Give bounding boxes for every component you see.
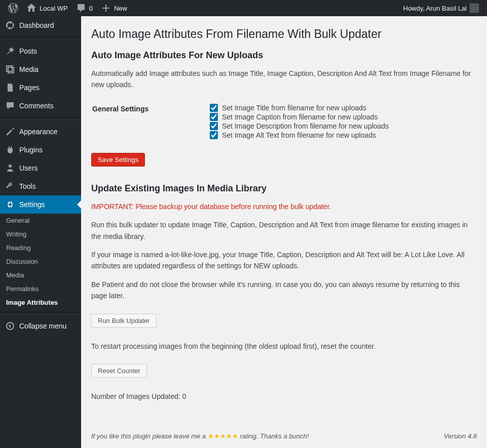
- plus-icon: [101, 3, 111, 13]
- comment-icon: [76, 3, 86, 13]
- comments-icon: [5, 101, 15, 111]
- admin-sidebar: Dashboard Posts Media Pages Comments App…: [0, 16, 81, 448]
- appearance-icon: [5, 127, 15, 137]
- site-name-link[interactable]: Local WP: [22, 0, 72, 16]
- collapse-icon: [5, 321, 15, 331]
- pin-icon: [5, 46, 15, 56]
- checkbox-caption[interactable]: [210, 113, 218, 121]
- page-title: Auto Image Attributes From Filename With…: [91, 27, 477, 41]
- general-settings-label: General Settings: [92, 99, 204, 144]
- menu-media[interactable]: Media: [0, 60, 81, 78]
- sub-media[interactable]: Media: [0, 268, 81, 282]
- reset-counter-button[interactable]: Reset Counter: [91, 364, 147, 378]
- menu-separator: [0, 117, 81, 120]
- section-bulk-title: Update Existing Images In Media Library: [91, 183, 477, 194]
- menu-tools[interactable]: Tools: [0, 177, 81, 195]
- sub-discussion[interactable]: Discussion: [0, 255, 81, 268]
- general-settings-table: General Settings Set Image Title from fi…: [91, 98, 477, 145]
- option-description[interactable]: Set Image Description from filename for …: [210, 122, 471, 130]
- footer-thanks: If you like this plugin please leave me …: [91, 432, 309, 440]
- sub-reading[interactable]: Reading: [0, 241, 81, 255]
- menu-separator: [0, 37, 81, 39]
- bulk-desc-2: If your image is named a-lot-like-love.j…: [91, 249, 477, 272]
- bulk-desc-3: Be Patient and do not close the browser …: [91, 279, 477, 302]
- comments-link[interactable]: 0: [72, 0, 97, 16]
- wp-logo[interactable]: [4, 0, 22, 16]
- reset-desc: To restart processing images from the be…: [91, 341, 477, 352]
- pages-icon: [5, 83, 15, 93]
- checkbox-title[interactable]: [210, 104, 218, 112]
- my-account-link[interactable]: Howdy, Arun Basil Lal: [399, 0, 483, 16]
- media-icon: [5, 64, 15, 74]
- main-content: Auto Image Attributes From Filename With…: [81, 16, 487, 448]
- site-name: Local WP: [40, 5, 68, 12]
- plugin-icon: [5, 145, 15, 155]
- menu-appearance[interactable]: Appearance: [0, 123, 81, 141]
- wordpress-icon: [8, 3, 18, 13]
- stars-icon: ★★★★★: [208, 432, 238, 440]
- sub-permalinks[interactable]: Permalinks: [0, 282, 81, 296]
- bulk-desc-1: Run this bulk updater to update Image Ti…: [91, 219, 477, 242]
- menu-plugins[interactable]: Plugins: [0, 141, 81, 159]
- rating-link[interactable]: ★★★★★: [208, 432, 238, 440]
- sub-general[interactable]: General: [0, 214, 81, 227]
- menu-posts[interactable]: Posts: [0, 42, 81, 60]
- images-updated-count: Number of Images Updated: 0: [91, 391, 477, 402]
- collapse-menu[interactable]: Collapse menu: [0, 317, 81, 335]
- admin-toolbar: Local WP 0 New Howdy, Arun Basil Lal: [0, 0, 487, 16]
- menu-users[interactable]: Users: [0, 159, 81, 177]
- dashboard-icon: [5, 20, 15, 30]
- new-content-link[interactable]: New: [97, 0, 131, 16]
- section-new-uploads-title: Auto Image Attributes For New Uploads: [91, 50, 477, 61]
- option-caption[interactable]: Set Image Caption from filename for new …: [210, 113, 471, 121]
- menu-separator: [0, 312, 81, 314]
- sub-writing[interactable]: Writing: [0, 227, 81, 241]
- checkbox-description[interactable]: [210, 122, 218, 130]
- menu-dashboard[interactable]: Dashboard: [0, 16, 81, 34]
- menu-settings[interactable]: Settings: [0, 195, 81, 214]
- menu-comments[interactable]: Comments: [0, 97, 81, 115]
- page-footer: If you like this plugin please leave me …: [91, 432, 477, 440]
- run-bulk-updater-button[interactable]: Run Bulk Updater: [91, 314, 157, 328]
- option-alt-text[interactable]: Set Image Alt Text from filename for new…: [210, 131, 471, 139]
- section-new-uploads-desc: Automatically add Image attributes such …: [91, 68, 477, 91]
- howdy-text: Howdy, Arun Basil Lal: [403, 5, 467, 12]
- menu-pages[interactable]: Pages: [0, 78, 81, 97]
- tools-icon: [5, 181, 15, 191]
- avatar-icon: [470, 4, 479, 13]
- footer-version: Version 4.8: [444, 432, 477, 440]
- checkbox-alt-text[interactable]: [210, 131, 218, 139]
- sub-image-attributes[interactable]: Image Attributes: [0, 296, 81, 309]
- settings-icon: [5, 199, 15, 210]
- home-icon: [26, 3, 36, 13]
- backup-warning: IMPORTANT: Please backup your database b…: [91, 201, 477, 212]
- save-settings-button[interactable]: Save Settings: [91, 153, 145, 167]
- comments-count: 0: [89, 5, 93, 12]
- users-icon: [5, 163, 15, 173]
- new-label: New: [114, 5, 127, 12]
- option-title[interactable]: Set Image Title from filename for new up…: [210, 104, 471, 112]
- svg-point-0: [7, 322, 14, 330]
